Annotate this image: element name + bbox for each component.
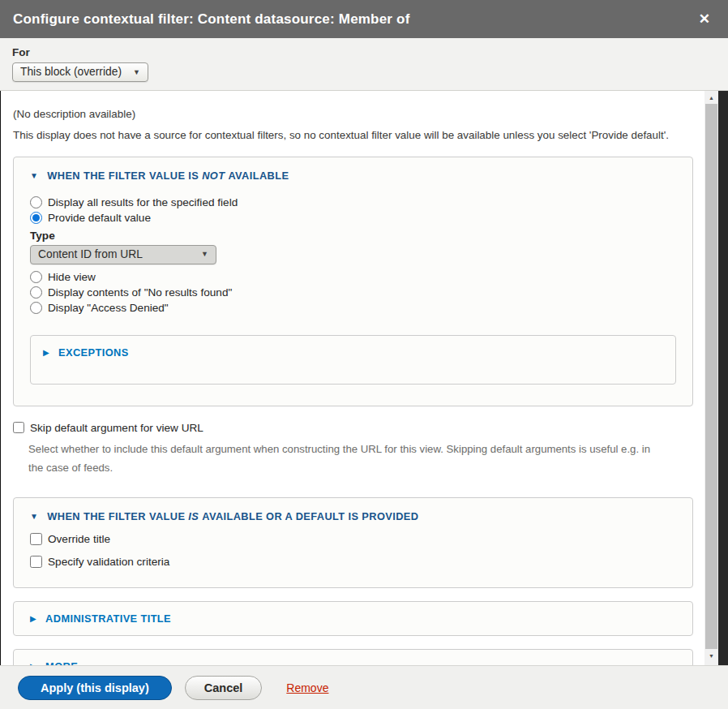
fieldset-title-text: EXCEPTIONS — [58, 346, 129, 359]
caret-down-icon: ▼ — [30, 171, 38, 180]
type-label: Type — [30, 230, 676, 242]
type-select-value: Content ID from URL — [38, 248, 143, 260]
dialog-content: (No description available) This display … — [1, 91, 704, 665]
for-label: For — [12, 46, 715, 58]
fieldset-filter-available: ▼ WHEN THE FILTER VALUE IS AVAILABLE OR … — [13, 497, 693, 588]
caret-right-icon: ▶ — [43, 348, 49, 357]
fieldset-title-text: ADMINISTRATIVE TITLE — [45, 612, 171, 625]
fieldset-title-text: WHEN THE FILTER VALUE — [47, 510, 185, 522]
fieldset-exceptions: ▶ EXCEPTIONS — [30, 335, 676, 385]
remove-link[interactable]: Remove — [286, 681, 328, 694]
checkbox-skip-default-argument[interactable]: Skip default argument for view URL — [13, 422, 693, 434]
caret-right-icon: ▶ — [30, 662, 36, 665]
fieldset-administrative-title: ▶ ADMINISTRATIVE TITLE — [13, 601, 693, 636]
dialog-footer: Apply (this display) Cancel Remove — [0, 665, 728, 709]
checkbox-input[interactable] — [30, 556, 42, 568]
scroll-up-icon[interactable]: ▲ — [704, 91, 718, 104]
checkbox-input[interactable] — [13, 422, 24, 433]
radio-display-no-results[interactable]: Display contents of "No results found" — [30, 286, 676, 299]
fieldset-filter-not-available: ▼ WHEN THE FILTER VALUE IS NOT AVAILABLE… — [13, 157, 693, 406]
radio-input[interactable] — [30, 286, 42, 299]
checkbox-specify-validation-criteria[interactable]: Specify validation criteria — [30, 556, 676, 568]
cancel-button[interactable]: Cancel — [185, 676, 263, 700]
skip-default-description: Select whether to include this default a… — [28, 440, 661, 477]
caret-down-icon: ▼ — [30, 512, 38, 521]
fieldset-more: ▶ MORE — [13, 649, 693, 665]
radio-input[interactable] — [30, 196, 42, 208]
for-select[interactable]: This block (override) ▼ — [12, 62, 148, 82]
for-section: For This block (override) ▼ — [0, 38, 728, 91]
apply-button[interactable]: Apply (this display) — [18, 676, 172, 700]
fieldset-filter-available-summary[interactable]: ▼ WHEN THE FILTER VALUE IS AVAILABLE OR … — [30, 510, 676, 522]
fieldset-title-text: WHEN THE FILTER VALUE IS — [47, 170, 199, 182]
radio-input[interactable] — [30, 302, 42, 314]
contextual-filter-dialog: Configure contextual filter: Content dat… — [0, 0, 728, 709]
radio-input[interactable] — [30, 271, 42, 283]
checkbox-input[interactable] — [30, 533, 42, 545]
scroll-down-icon[interactable]: ▼ — [704, 649, 718, 662]
no-description-text: (No description available) — [13, 106, 693, 122]
checkbox-override-title[interactable]: Override title — [30, 533, 676, 545]
radio-label: Display all results for the specified fi… — [48, 196, 238, 208]
radio-label: Hide view — [48, 271, 96, 283]
vertical-scrollbar[interactable]: ▲ ▼ — [704, 91, 718, 665]
display-note-text: This display does not have a source for … — [13, 127, 693, 143]
fieldset-title-text: AVAILABLE — [228, 170, 289, 182]
dialog-body: (No description available) This display … — [0, 91, 728, 665]
dialog-edge-shadow — [718, 91, 728, 665]
caret-right-icon: ▶ — [30, 614, 36, 623]
radio-display-access-denied[interactable]: Display "Access Denied" — [30, 302, 676, 314]
fieldset-title-text: AVAILABLE OR A DEFAULT IS PROVIDED — [202, 510, 418, 522]
checkbox-label: Override title — [48, 533, 110, 545]
fieldset-filter-not-available-summary[interactable]: ▼ WHEN THE FILTER VALUE IS NOT AVAILABLE — [30, 170, 676, 182]
fieldset-more-summary[interactable]: ▶ MORE — [30, 660, 676, 665]
fieldset-exceptions-summary[interactable]: ▶ EXCEPTIONS — [43, 346, 663, 359]
checkbox-label: Specify validation criteria — [48, 556, 169, 568]
select-caret-icon: ▼ — [201, 250, 208, 258]
radio-label: Display "Access Denied" — [48, 302, 169, 314]
radio-display-all-results[interactable]: Display all results for the specified fi… — [30, 196, 676, 208]
radio-label: Provide default value — [48, 212, 151, 224]
close-icon[interactable]: ✕ — [694, 9, 715, 29]
fieldset-administrative-title-summary[interactable]: ▶ ADMINISTRATIVE TITLE — [30, 612, 676, 625]
default-type-select[interactable]: Content ID from URL ▼ — [30, 245, 216, 264]
fieldset-title-emphasis: IS — [188, 510, 199, 522]
dialog-title: Configure contextual filter: Content dat… — [13, 11, 410, 28]
radio-label: Display contents of "No results found" — [48, 286, 232, 299]
scrollbar-thumb[interactable] — [705, 104, 717, 649]
checkbox-label: Skip default argument for view URL — [30, 422, 203, 434]
fieldset-title-emphasis: NOT — [202, 170, 225, 182]
for-select-value: This block (override) — [20, 66, 122, 78]
select-caret-icon: ▼ — [133, 68, 140, 76]
dialog-titlebar: Configure contextual filter: Content dat… — [0, 0, 728, 38]
radio-provide-default-value[interactable]: Provide default value — [30, 212, 676, 224]
fieldset-title-text: MORE — [45, 660, 78, 665]
radio-hide-view[interactable]: Hide view — [30, 271, 676, 283]
radio-input[interactable] — [30, 212, 42, 224]
